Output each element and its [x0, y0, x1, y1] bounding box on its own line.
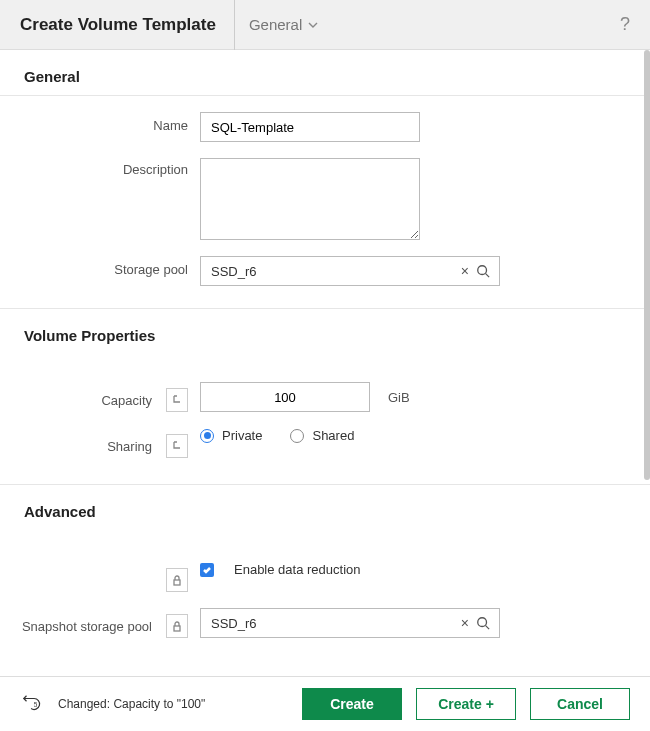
- cancel-button[interactable]: Cancel: [530, 688, 630, 720]
- inherit-icon[interactable]: [166, 434, 188, 458]
- svg-text:5: 5: [34, 701, 38, 708]
- status-text: Changed: Capacity to "100": [58, 697, 205, 711]
- search-icon[interactable]: [475, 263, 491, 279]
- label-snapshot-pool: Snapshot storage pool: [22, 619, 152, 634]
- dialog-header: Create Volume Template General ?: [0, 0, 650, 50]
- lock-icon[interactable]: [166, 568, 188, 592]
- svg-point-4: [478, 618, 487, 627]
- svg-rect-3: [174, 626, 180, 631]
- dialog-footer: 5 Changed: Capacity to "100" Create Crea…: [0, 676, 650, 731]
- inherit-icon[interactable]: [166, 388, 188, 412]
- row-data-reduction: Enable data reduction: [0, 554, 650, 600]
- label-name: Name: [153, 118, 188, 133]
- scrollbar[interactable]: [644, 50, 650, 480]
- sharing-shared-label: Shared: [312, 428, 354, 443]
- sharing-shared-radio[interactable]: [290, 429, 304, 443]
- svg-rect-2: [174, 580, 180, 585]
- snapshot-pool-value: SSD_r6: [211, 616, 455, 631]
- create-plus-button[interactable]: Create +: [416, 688, 516, 720]
- clear-icon[interactable]: ×: [455, 615, 475, 631]
- row-name: Name: [0, 104, 650, 150]
- row-description: Description: [0, 150, 650, 248]
- help-icon[interactable]: ?: [620, 14, 630, 35]
- create-button[interactable]: Create: [302, 688, 402, 720]
- snapshot-pool-combo[interactable]: SSD_r6 ×: [200, 608, 500, 638]
- undo-icon[interactable]: 5: [20, 692, 44, 716]
- name-input[interactable]: [200, 112, 420, 142]
- storage-pool-value: SSD_r6: [211, 264, 455, 279]
- search-icon[interactable]: [475, 615, 491, 631]
- row-snapshot-pool: Snapshot storage pool SSD_r6 ×: [0, 600, 650, 646]
- sharing-private-label: Private: [222, 428, 262, 443]
- form-body: General Name Description Storage pool SS…: [0, 50, 650, 676]
- row-capacity: Capacity GiB: [0, 374, 650, 420]
- sharing-private-radio[interactable]: [200, 429, 214, 443]
- section-dropdown[interactable]: General: [249, 16, 318, 33]
- storage-pool-combo[interactable]: SSD_r6 ×: [200, 256, 500, 286]
- chevron-down-icon: [308, 16, 318, 33]
- capacity-input[interactable]: [200, 382, 370, 412]
- svg-point-0: [478, 266, 487, 275]
- row-sharing: Sharing Private Shared: [0, 420, 650, 484]
- label-storage-pool: Storage pool: [114, 262, 188, 277]
- enable-data-reduction-label: Enable data reduction: [234, 562, 360, 577]
- label-capacity: Capacity: [101, 393, 152, 408]
- capacity-unit: GiB: [380, 390, 410, 405]
- row-storage-pool: Storage pool SSD_r6 ×: [0, 248, 650, 308]
- clear-icon[interactable]: ×: [455, 263, 475, 279]
- section-title-volprops: Volume Properties: [0, 309, 650, 354]
- section-title-general: General: [0, 50, 650, 95]
- section-dropdown-label: General: [249, 16, 302, 33]
- description-input[interactable]: [200, 158, 420, 240]
- svg-line-5: [486, 626, 490, 630]
- section-title-advanced: Advanced: [0, 485, 650, 530]
- label-sharing: Sharing: [107, 439, 152, 454]
- dialog-title: Create Volume Template: [20, 0, 235, 50]
- label-description: Description: [123, 162, 188, 177]
- lock-icon[interactable]: [166, 614, 188, 638]
- svg-line-1: [486, 274, 490, 278]
- enable-data-reduction-checkbox[interactable]: [200, 563, 214, 577]
